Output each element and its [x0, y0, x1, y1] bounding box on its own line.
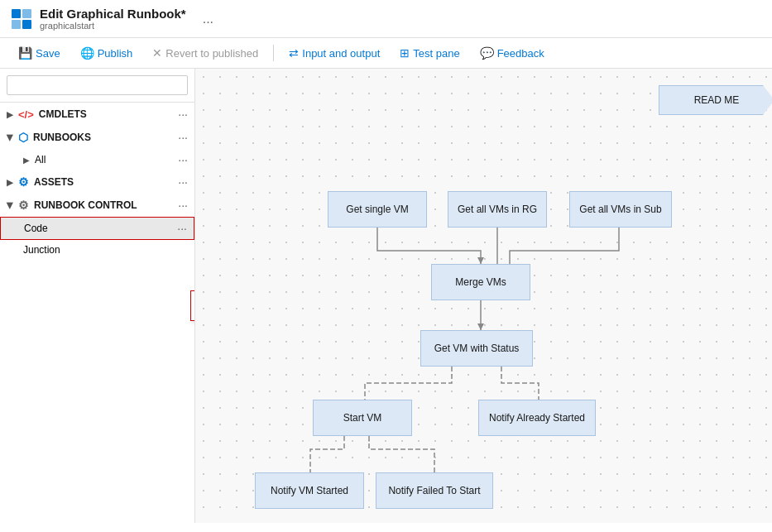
main-content: ▶ </> CMDLETS ··· ▶ ⬡ RUNBOOKS ··· ▶ — [0, 69, 772, 523]
sidebar-section-assets: ▶ ⚙ ASSETS ··· — [0, 170, 194, 194]
all-more-button[interactable]: ··· — [178, 153, 188, 166]
input-output-button[interactable]: ⇄ Input and output — [281, 43, 388, 63]
test-pane-button[interactable]: ⊞ Test pane — [391, 43, 468, 63]
page-subtitle: graphicalstart — [40, 21, 186, 31]
svg-marker-4 — [477, 324, 484, 330]
node-get-single-vm[interactable]: Get single VM — [328, 191, 427, 228]
sidebar-item-all[interactable]: ▶ All ··· — [0, 149, 194, 170]
cmdlets-header[interactable]: ▶ </> CMDLETS ··· — [0, 103, 194, 126]
node-merge-vms[interactable]: Merge VMs — [431, 264, 530, 300]
sidebar-section-cmdlets: ▶ </> CMDLETS ··· — [0, 103, 194, 126]
runbook-control-title: ▶ ⚙ RUNBOOK CONTROL — [7, 199, 137, 212]
runbooks-title: ▶ ⬡ RUNBOOKS — [7, 131, 91, 144]
runbooks-expand-arrow: ▶ — [6, 134, 15, 141]
assets-header[interactable]: ▶ ⚙ ASSETS ··· — [0, 170, 194, 194]
node-get-all-vms-sub[interactable]: Get all VMs in Sub — [569, 191, 672, 228]
app-icon — [10, 7, 33, 31]
all-expand-arrow: ▶ — [23, 156, 30, 165]
node-notify-already-started[interactable]: Notify Already Started — [478, 400, 596, 436]
sidebar-section-runbooks: ▶ ⬡ RUNBOOKS ··· ▶ All ··· — [0, 126, 194, 170]
node-notify-vm-started[interactable]: Notify VM Started — [255, 472, 364, 509]
sidebar: ▶ </> CMDLETS ··· ▶ ⬡ RUNBOOKS ··· ▶ — [0, 69, 195, 523]
header: Edit Graphical Runbook* graphicalstart .… — [0, 0, 772, 38]
assets-icon: ⚙ — [18, 175, 29, 189]
revert-icon: ✕ — [152, 46, 162, 60]
test-pane-icon: ⊞ — [400, 46, 410, 60]
runbook-control-icon: ⚙ — [18, 199, 29, 212]
sidebar-item-code[interactable]: Code ··· — [0, 217, 194, 240]
cmdlets-icon: </> — [18, 108, 34, 121]
all-item-label: ▶ All — [23, 154, 46, 165]
runbook-control-more-button[interactable]: ··· — [178, 199, 188, 212]
sidebar-item-junction[interactable]: Junction — [0, 240, 194, 260]
svg-rect-0 — [12, 9, 21, 18]
input-output-icon: ⇄ — [289, 46, 299, 60]
code-more-button[interactable]: ··· — [177, 222, 187, 235]
cmdlets-expand-arrow: ▶ — [7, 110, 13, 119]
toolbar: 💾 Save 🌐 Publish ✕ Revert to published ⇄… — [0, 38, 772, 69]
sidebar-search-container — [0, 69, 194, 103]
runbooks-more-button[interactable]: ··· — [178, 131, 188, 144]
node-start-vm[interactable]: Start VM — [313, 400, 412, 436]
revert-button[interactable]: ✕ Revert to published — [144, 43, 266, 63]
header-title-block: Edit Graphical Runbook* graphicalstart — [40, 7, 186, 31]
assets-more-button[interactable]: ··· — [178, 175, 188, 189]
runbook-control-expand-arrow: ▶ — [6, 202, 15, 208]
code-item-label: Code — [24, 223, 48, 234]
node-get-all-vms-rg[interactable]: Get all VMs in RG — [448, 191, 547, 228]
feedback-icon: 💬 — [480, 46, 494, 60]
save-icon: 💾 — [18, 46, 32, 60]
junction-item-label: Junction — [23, 244, 60, 256]
cmdlets-more-button[interactable]: ··· — [178, 108, 188, 121]
node-notify-failed-start[interactable]: Notify Failed To Start — [376, 472, 493, 509]
canvas[interactable]: READ ME Get single VM Get all VMs in RG … — [195, 69, 772, 523]
node-readme[interactable]: READ ME — [659, 85, 772, 115]
runbooks-header[interactable]: ▶ ⬡ RUNBOOKS ··· — [0, 126, 194, 149]
svg-rect-1 — [22, 9, 31, 18]
sidebar-section-runbook-control: ▶ ⚙ RUNBOOK CONTROL ··· Code ··· Junctio… — [0, 194, 194, 260]
search-input[interactable] — [7, 75, 188, 95]
runbooks-icon: ⬡ — [18, 131, 28, 144]
feedback-button[interactable]: 💬 Feedback — [472, 43, 553, 63]
svg-marker-5 — [477, 257, 484, 264]
cmdlets-title: ▶ </> CMDLETS — [7, 108, 87, 121]
svg-rect-2 — [12, 20, 21, 29]
publish-button[interactable]: 🌐 Publish — [72, 43, 141, 63]
node-get-vm-status[interactable]: Get VM with Status — [420, 330, 533, 367]
publish-icon: 🌐 — [80, 46, 94, 60]
svg-rect-3 — [22, 20, 31, 29]
runbook-control-header[interactable]: ▶ ⚙ RUNBOOK CONTROL ··· — [0, 194, 194, 217]
save-button[interactable]: 💾 Save — [10, 43, 69, 63]
more-options-button[interactable]: ... — [203, 12, 213, 26]
assets-expand-arrow: ▶ — [7, 178, 13, 187]
toolbar-separator — [273, 45, 274, 61]
page-title: Edit Graphical Runbook* — [40, 7, 186, 21]
assets-title: ▶ ⚙ ASSETS — [7, 175, 74, 189]
